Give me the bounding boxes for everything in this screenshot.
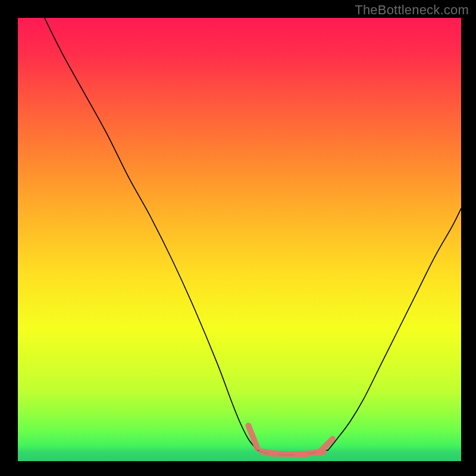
watermark-text: TheBottleneck.com — [355, 2, 469, 18]
plot-area — [18, 18, 461, 461]
series-right-curve — [328, 208, 462, 450]
curve-layer — [18, 18, 461, 461]
volcano-segment-0 — [248, 425, 257, 447]
chart-frame: TheBottleneck.com — [0, 0, 476, 476]
series-left-curve — [45, 18, 258, 450]
